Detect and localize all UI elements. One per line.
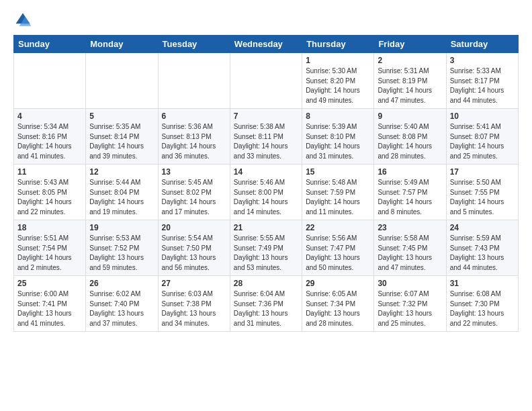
- day-number: 23: [378, 223, 442, 232]
- day-info: Sunrise: 5:59 AM Sunset: 7:43 PM Dayligh…: [450, 234, 515, 273]
- day-number: 8: [306, 111, 370, 121]
- day-info: Sunrise: 6:08 AM Sunset: 7:30 PM Dayligh…: [450, 289, 515, 328]
- calendar-cell: 31Sunrise: 6:08 AM Sunset: 7:30 PM Dayli…: [446, 276, 518, 332]
- day-number: 15: [306, 167, 370, 177]
- day-info: Sunrise: 6:05 AM Sunset: 7:34 PM Dayligh…: [306, 289, 370, 328]
- page: SundayMondayTuesdayWednesdayThursdayFrid…: [0, 0, 532, 342]
- day-info: Sunrise: 6:02 AM Sunset: 7:40 PM Dayligh…: [89, 289, 154, 328]
- day-number: 6: [162, 111, 226, 121]
- calendar-cell: 24Sunrise: 5:59 AM Sunset: 7:43 PM Dayli…: [446, 220, 518, 276]
- day-number: 3: [450, 56, 515, 65]
- day-number: 7: [234, 111, 298, 121]
- day-number: 1: [306, 56, 370, 65]
- day-info: Sunrise: 5:35 AM Sunset: 8:14 PM Dayligh…: [89, 122, 154, 161]
- weekday-header-row: SundayMondayTuesdayWednesdayThursdayFrid…: [14, 36, 519, 53]
- day-number: 2: [378, 56, 442, 65]
- calendar-cell: [230, 53, 302, 109]
- day-number: 12: [89, 167, 154, 177]
- day-number: 22: [306, 223, 370, 232]
- calendar-table: SundayMondayTuesdayWednesdayThursdayFrid…: [13, 35, 519, 332]
- day-info: Sunrise: 5:39 AM Sunset: 8:10 PM Dayligh…: [306, 122, 370, 161]
- day-info: Sunrise: 6:00 AM Sunset: 7:41 PM Dayligh…: [17, 289, 82, 328]
- weekday-header-friday: Friday: [374, 36, 446, 53]
- day-info: Sunrise: 5:38 AM Sunset: 8:11 PM Dayligh…: [234, 122, 298, 161]
- calendar-cell: 18Sunrise: 5:51 AM Sunset: 7:54 PM Dayli…: [14, 220, 86, 276]
- calendar-cell: 28Sunrise: 6:04 AM Sunset: 7:36 PM Dayli…: [230, 276, 302, 332]
- calendar-cell: 12Sunrise: 5:44 AM Sunset: 8:04 PM Dayli…: [86, 165, 158, 220]
- calendar-cell: 3Sunrise: 5:33 AM Sunset: 8:17 PM Daylig…: [446, 53, 518, 109]
- day-number: 17: [450, 167, 515, 177]
- calendar-cell: [86, 53, 158, 109]
- calendar-cell: 2Sunrise: 5:31 AM Sunset: 8:19 PM Daylig…: [374, 53, 446, 109]
- day-number: 21: [234, 223, 298, 232]
- day-number: 20: [162, 223, 226, 232]
- day-info: Sunrise: 6:03 AM Sunset: 7:38 PM Dayligh…: [162, 289, 226, 328]
- calendar-cell: 6Sunrise: 5:36 AM Sunset: 8:13 PM Daylig…: [158, 109, 230, 165]
- calendar-cell: 23Sunrise: 5:58 AM Sunset: 7:45 PM Dayli…: [374, 220, 446, 276]
- day-info: Sunrise: 5:56 AM Sunset: 7:47 PM Dayligh…: [306, 234, 370, 273]
- week-row-5: 25Sunrise: 6:00 AM Sunset: 7:41 PM Dayli…: [14, 276, 519, 332]
- day-info: Sunrise: 5:30 AM Sunset: 8:20 PM Dayligh…: [306, 66, 370, 105]
- day-info: Sunrise: 5:34 AM Sunset: 8:16 PM Dayligh…: [17, 122, 82, 161]
- day-info: Sunrise: 5:53 AM Sunset: 7:52 PM Dayligh…: [89, 234, 154, 273]
- day-info: Sunrise: 5:55 AM Sunset: 7:49 PM Dayligh…: [234, 234, 298, 273]
- calendar-cell: [158, 53, 230, 109]
- day-number: 29: [306, 279, 370, 288]
- week-row-3: 11Sunrise: 5:43 AM Sunset: 8:05 PM Dayli…: [14, 165, 519, 220]
- day-info: Sunrise: 5:43 AM Sunset: 8:05 PM Dayligh…: [17, 178, 82, 217]
- calendar-cell: 21Sunrise: 5:55 AM Sunset: 7:49 PM Dayli…: [230, 220, 302, 276]
- day-number: 9: [378, 111, 442, 121]
- calendar-cell: 5Sunrise: 5:35 AM Sunset: 8:14 PM Daylig…: [86, 109, 158, 165]
- day-number: 30: [378, 279, 442, 288]
- day-number: 16: [378, 167, 442, 177]
- day-info: Sunrise: 5:40 AM Sunset: 8:08 PM Dayligh…: [378, 122, 442, 161]
- day-info: Sunrise: 5:54 AM Sunset: 7:50 PM Dayligh…: [162, 234, 226, 273]
- day-info: Sunrise: 5:36 AM Sunset: 8:13 PM Dayligh…: [162, 122, 226, 161]
- calendar-cell: 14Sunrise: 5:46 AM Sunset: 8:00 PM Dayli…: [230, 165, 302, 220]
- calendar-cell: 26Sunrise: 6:02 AM Sunset: 7:40 PM Dayli…: [86, 276, 158, 332]
- day-number: 14: [234, 167, 298, 177]
- weekday-header-monday: Monday: [86, 36, 158, 53]
- day-info: Sunrise: 6:04 AM Sunset: 7:36 PM Dayligh…: [234, 289, 298, 328]
- calendar-cell: 19Sunrise: 5:53 AM Sunset: 7:52 PM Dayli…: [86, 220, 158, 276]
- day-info: Sunrise: 5:50 AM Sunset: 7:55 PM Dayligh…: [450, 178, 515, 217]
- week-row-1: 1Sunrise: 5:30 AM Sunset: 8:20 PM Daylig…: [14, 53, 519, 109]
- header: [13, 11, 519, 30]
- week-row-4: 18Sunrise: 5:51 AM Sunset: 7:54 PM Dayli…: [14, 220, 519, 276]
- calendar-cell: 8Sunrise: 5:39 AM Sunset: 8:10 PM Daylig…: [302, 109, 374, 165]
- day-info: Sunrise: 5:45 AM Sunset: 8:02 PM Dayligh…: [162, 178, 226, 217]
- calendar-cell: 30Sunrise: 6:07 AM Sunset: 7:32 PM Dayli…: [374, 276, 446, 332]
- day-number: 28: [234, 279, 298, 288]
- calendar-cell: 20Sunrise: 5:54 AM Sunset: 7:50 PM Dayli…: [158, 220, 230, 276]
- day-number: 13: [162, 167, 226, 177]
- day-info: Sunrise: 5:33 AM Sunset: 8:17 PM Dayligh…: [450, 66, 515, 105]
- day-number: 25: [17, 279, 82, 288]
- calendar-cell: 9Sunrise: 5:40 AM Sunset: 8:08 PM Daylig…: [374, 109, 446, 165]
- calendar-cell: 22Sunrise: 5:56 AM Sunset: 7:47 PM Dayli…: [302, 220, 374, 276]
- calendar-cell: 29Sunrise: 6:05 AM Sunset: 7:34 PM Dayli…: [302, 276, 374, 332]
- day-number: 5: [89, 111, 154, 121]
- day-number: 27: [162, 279, 226, 288]
- day-info: Sunrise: 5:31 AM Sunset: 8:19 PM Dayligh…: [378, 66, 442, 105]
- logo: [13, 11, 35, 30]
- logo-icon: [13, 11, 32, 30]
- calendar-cell: 4Sunrise: 5:34 AM Sunset: 8:16 PM Daylig…: [14, 109, 86, 165]
- day-number: 19: [89, 223, 154, 232]
- day-number: 10: [450, 111, 515, 121]
- day-info: Sunrise: 5:58 AM Sunset: 7:45 PM Dayligh…: [378, 234, 442, 273]
- week-row-2: 4Sunrise: 5:34 AM Sunset: 8:16 PM Daylig…: [14, 109, 519, 165]
- calendar-cell: 17Sunrise: 5:50 AM Sunset: 7:55 PM Dayli…: [446, 165, 518, 220]
- weekday-header-wednesday: Wednesday: [230, 36, 302, 53]
- day-info: Sunrise: 5:46 AM Sunset: 8:00 PM Dayligh…: [234, 178, 298, 217]
- day-number: 26: [89, 279, 154, 288]
- day-info: Sunrise: 5:48 AM Sunset: 7:59 PM Dayligh…: [306, 178, 370, 217]
- day-info: Sunrise: 5:49 AM Sunset: 7:57 PM Dayligh…: [378, 178, 442, 217]
- weekday-header-saturday: Saturday: [446, 36, 518, 53]
- weekday-header-sunday: Sunday: [14, 36, 86, 53]
- day-info: Sunrise: 5:41 AM Sunset: 8:07 PM Dayligh…: [450, 122, 515, 161]
- calendar-cell: 10Sunrise: 5:41 AM Sunset: 8:07 PM Dayli…: [446, 109, 518, 165]
- day-number: 18: [17, 223, 82, 232]
- weekday-header-tuesday: Tuesday: [158, 36, 230, 53]
- day-info: Sunrise: 5:44 AM Sunset: 8:04 PM Dayligh…: [89, 178, 154, 217]
- day-number: 11: [17, 167, 82, 177]
